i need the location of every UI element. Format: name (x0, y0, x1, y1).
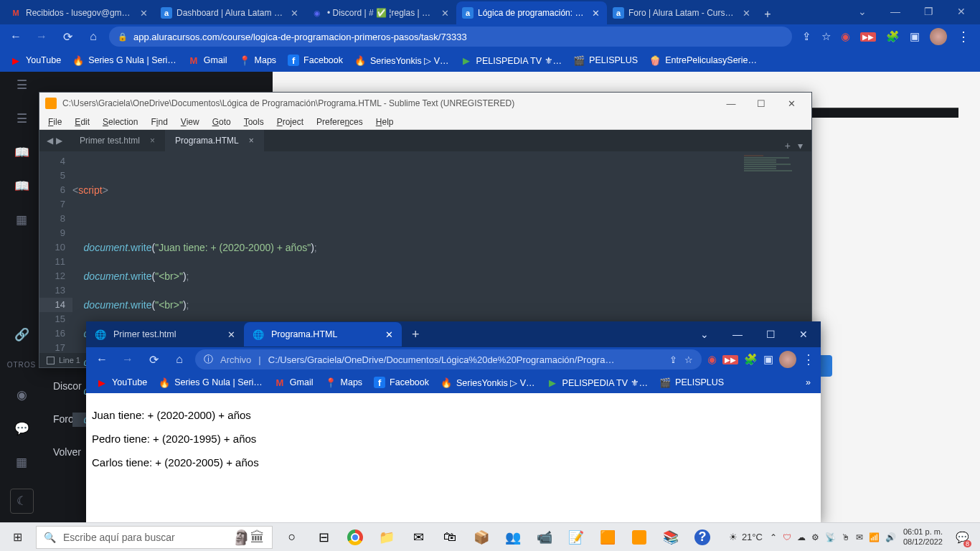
menu-find[interactable]: Find (145, 116, 173, 128)
tab-dashboard[interactable]: aDashboard | Alura Latam - Cu✕ (155, 1, 306, 24)
grid-icon[interactable]: ▦ (16, 212, 27, 227)
bookmark-entrepeliculas[interactable]: 🍿EntrePeliculasySerie… (649, 55, 757, 66)
star-icon[interactable]: ☆ (684, 354, 693, 365)
share-icon[interactable]: ⇪ (802, 30, 811, 43)
nav-fwd-icon[interactable]: ▶ (56, 136, 62, 146)
tray-icon[interactable]: 📡 (825, 532, 836, 542)
close-icon[interactable]: ✕ (741, 8, 752, 19)
chevron-down-icon[interactable]: ⌄ (689, 323, 720, 346)
maximize-button[interactable]: ☐ (755, 323, 786, 346)
url-input[interactable]: 🔒 app.aluracursos.com/course/logica-de-p… (109, 27, 792, 47)
profile-avatar[interactable] (930, 28, 947, 45)
volume-icon[interactable]: 🔊 (885, 532, 896, 542)
reload-button[interactable]: ⟳ (143, 349, 164, 369)
chevron-down-icon[interactable]: ⌄ (847, 1, 878, 22)
nav-back-icon[interactable]: ◀ (47, 136, 53, 146)
tab-primer[interactable]: 🌐Primer test.html✕ (86, 322, 244, 347)
close-icon[interactable]: × (150, 136, 155, 146)
system-tray[interactable]: ⌃ 🛡 ☁ ⚙ 📡 🖱 ✉ 📶 🔊 (770, 532, 896, 542)
star-icon[interactable]: ☆ (821, 30, 831, 43)
back-button[interactable]: ← (6, 27, 26, 47)
extension-icon[interactable]: ▶▶ (860, 32, 876, 42)
minimize-button[interactable]: ― (880, 1, 911, 22)
minimize-button[interactable]: ― (717, 95, 745, 112)
mail-app[interactable]: ✉ (403, 523, 433, 552)
bookmark-gmail[interactable]: MGmail (274, 377, 314, 388)
close-icon[interactable]: × (249, 136, 254, 146)
back-icon[interactable]: ▦ (16, 455, 27, 470)
zoom-app[interactable]: 📹 (529, 523, 560, 552)
home-button[interactable]: ⌂ (83, 27, 103, 47)
book-icon[interactable]: 📖 (14, 145, 29, 160)
bookmark-gmail[interactable]: MGmail (188, 55, 227, 66)
file-tab-primer[interactable]: Primer test.html× (70, 130, 165, 151)
tray-icon[interactable]: ⚙ (811, 532, 819, 542)
status-icon[interactable] (47, 357, 55, 364)
new-tab-button[interactable]: + (402, 327, 430, 342)
menu-project[interactable]: Project (271, 116, 309, 128)
menu-preferences[interactable]: Preferences (311, 116, 369, 128)
bookmark-youtube[interactable]: ▶YouTube (96, 377, 147, 388)
bookmark-pelispedia[interactable]: ▶PELISPEDIA TV ⚜… (547, 377, 648, 388)
extensions-icon[interactable]: 🧩 (886, 30, 900, 43)
tray-icon[interactable]: ⌃ (770, 532, 777, 542)
bookmark-pelisplus[interactable]: 🎬PELISPLUS (573, 55, 638, 66)
extension-icon[interactable]: ◉ (707, 353, 717, 366)
close-icon[interactable]: ✕ (440, 8, 451, 19)
sublime-app[interactable] (624, 523, 654, 552)
close-icon[interactable]: ✕ (590, 8, 601, 19)
winrar-app[interactable]: 📚 (656, 523, 686, 552)
info-icon[interactable]: ⓘ (204, 353, 213, 366)
restore-button[interactable]: ❐ (913, 1, 944, 22)
bookmark-facebook[interactable]: fFacebook (374, 377, 429, 388)
close-button[interactable]: ✕ (777, 95, 806, 112)
cortana-icon[interactable]: ○ (277, 523, 307, 552)
share-icon[interactable]: ⇪ (669, 354, 677, 365)
menu-file[interactable]: File (42, 116, 67, 128)
bookmark-youtube[interactable]: ▶YouTube (10, 55, 61, 66)
list-icon[interactable]: ☰ (17, 111, 27, 126)
task-view-icon[interactable]: ⊟ (308, 523, 339, 552)
book-icon[interactable]: 📖 (14, 179, 29, 194)
menu-edit[interactable]: Edit (69, 116, 95, 128)
reload-button[interactable]: ⟳ (57, 27, 77, 47)
tab-foro[interactable]: aForo | Alura Latam - Cursos c✕ (607, 1, 758, 24)
tray-icon[interactable]: 🖱 (842, 532, 850, 542)
search-input[interactable]: 🔍 Escribe aquí para buscar 🗿🏛 (36, 526, 273, 549)
notes-app[interactable]: 📝 (561, 523, 591, 552)
close-icon[interactable]: ✕ (227, 329, 235, 340)
minimap[interactable] (744, 154, 809, 204)
help-app[interactable]: ? (687, 523, 717, 552)
forum-icon[interactable]: 💬 (14, 421, 29, 436)
tray-icon[interactable]: 🛡 (783, 532, 791, 542)
moon-icon[interactable]: ☾ (10, 489, 34, 514)
teams-app[interactable]: 👥 (498, 523, 528, 552)
list-icon[interactable]: ☰ (17, 77, 27, 93)
bookmark-facebook[interactable]: fFacebook (288, 55, 343, 66)
url-input[interactable]: ⓘ Archivo | C:/Users/Graciela/OneDrive/D… (195, 349, 702, 369)
menu-icon[interactable]: ▾ (798, 140, 803, 151)
close-button[interactable]: ✕ (788, 323, 819, 346)
tray-icon[interactable]: ✉ (856, 532, 863, 542)
bookmark-pelispedia[interactable]: ▶PELISPEDIA TV ⚜… (461, 55, 562, 66)
clock[interactable]: 06:01 p. m. 08/12/2022 (903, 527, 943, 547)
tray-icon[interactable]: ☁ (797, 532, 806, 542)
home-button[interactable]: ⌂ (169, 349, 189, 369)
wifi-icon[interactable]: 📶 (869, 532, 880, 542)
start-button[interactable]: ⊞ (0, 523, 34, 552)
maximize-button[interactable]: ☐ (747, 95, 776, 112)
file-tab-programa[interactable]: Programa.HTML× (165, 130, 264, 151)
menu-help[interactable]: Help (370, 116, 400, 128)
new-tab-button[interactable]: + (758, 4, 778, 24)
bookmark-maps[interactable]: 📍Maps (325, 377, 363, 388)
forward-button[interactable]: → (32, 27, 52, 47)
extensions-icon[interactable]: 🧩 (744, 353, 758, 366)
bookmark-pelisplus[interactable]: 🎬PELISPLUS (659, 377, 724, 388)
discord-icon[interactable]: ◉ (17, 387, 27, 402)
profile-avatar[interactable] (779, 351, 796, 368)
menu-button[interactable]: ⋮ (802, 352, 815, 367)
close-icon[interactable]: ✕ (385, 329, 393, 340)
chrome-app[interactable] (340, 523, 370, 552)
extension-icon[interactable]: ◉ (841, 30, 850, 43)
tab-programa[interactable]: 🌐Programa.HTML✕ (244, 322, 402, 347)
